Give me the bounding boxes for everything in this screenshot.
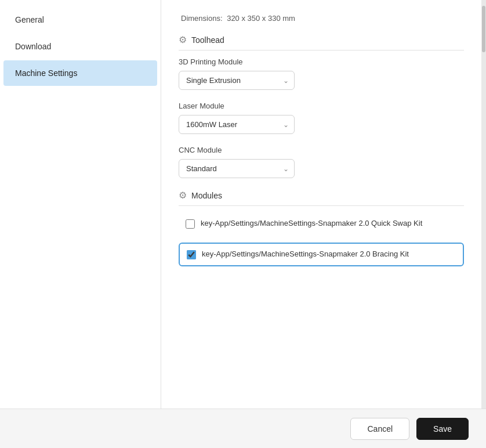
scrollbar-thumb[interactable] [482,6,485,52]
toolhead-section-header: ⚙ Toolhead [179,34,464,50]
sidebar-item-download-label: Download [15,42,51,51]
quick-swap-label: key-App/Settings/MachineSettings-Snapmak… [201,219,422,227]
scrollbar-track[interactable] [481,0,486,409]
dimensions-value: 320 x 350 x 330 mm [227,14,295,23]
dialog-footer: Cancel Save [0,409,486,448]
dialog-body: General Download Machine Settings Dimens… [0,0,486,409]
modules-section-title: Modules [191,191,222,200]
dimensions-label: Dimensions: [181,14,223,23]
modules-section-header: ⚙ Modules [179,190,464,206]
sidebar-item-download[interactable]: Download [3,34,157,59]
toolhead-gear-icon: ⚙ [179,34,187,45]
quick-swap-checkbox[interactable] [186,219,195,229]
bracing-kit-label: key-App/Settings/MachineSettings-Snapmak… [202,250,409,258]
printing-module-label: 3D Printing Module [179,57,464,66]
printing-module-group: 3D Printing Module Single Extrusion Dual… [179,57,464,90]
laser-module-select[interactable]: 1600mW Laser 200mW Laser 10W Laser [179,115,295,134]
main-content: Dimensions: 320 x 350 x 330 mm ⚙ Toolhea… [161,0,481,409]
bracing-kit-item: key-App/Settings/MachineSettings-Snapmak… [179,243,464,266]
cnc-module-select[interactable]: Standard Pro [179,159,295,178]
printing-module-select[interactable]: Single Extrusion Dual Extrusion [179,71,295,90]
content-wrapper: Dimensions: 320 x 350 x 330 mm ⚙ Toolhea… [161,0,486,409]
sidebar: General Download Machine Settings [0,0,161,409]
cnc-module-group: CNC Module Standard Pro ⌄ [179,146,464,178]
laser-module-group: Laser Module 1600mW Laser 200mW Laser 10… [179,102,464,134]
sidebar-item-machine-settings-label: Machine Settings [15,68,77,78]
dimensions-row: Dimensions: 320 x 350 x 330 mm [179,12,464,23]
toolhead-section-title: Toolhead [191,35,224,45]
printing-module-select-wrapper: Single Extrusion Dual Extrusion ⌄ [179,71,295,90]
bracing-kit-checkbox[interactable] [187,250,196,259]
cnc-module-label: CNC Module [179,146,464,154]
cnc-module-select-wrapper: Standard Pro ⌄ [179,159,295,178]
sidebar-item-machine-settings[interactable]: Machine Settings [3,60,157,86]
modules-gear-icon: ⚙ [179,190,187,201]
dialog: General Download Machine Settings Dimens… [0,0,486,448]
cancel-button[interactable]: Cancel [350,418,409,440]
save-button[interactable]: Save [416,418,469,440]
laser-module-select-wrapper: 1600mW Laser 200mW Laser 10W Laser ⌄ [179,115,295,134]
laser-module-label: Laser Module [179,102,464,110]
sidebar-item-general-label: General [15,15,44,24]
quick-swap-item: key-App/Settings/MachineSettings-Snapmak… [179,213,464,234]
sidebar-item-general[interactable]: General [3,7,157,32]
modules-section: ⚙ Modules key-App/Settings/MachineSettin… [179,190,464,266]
